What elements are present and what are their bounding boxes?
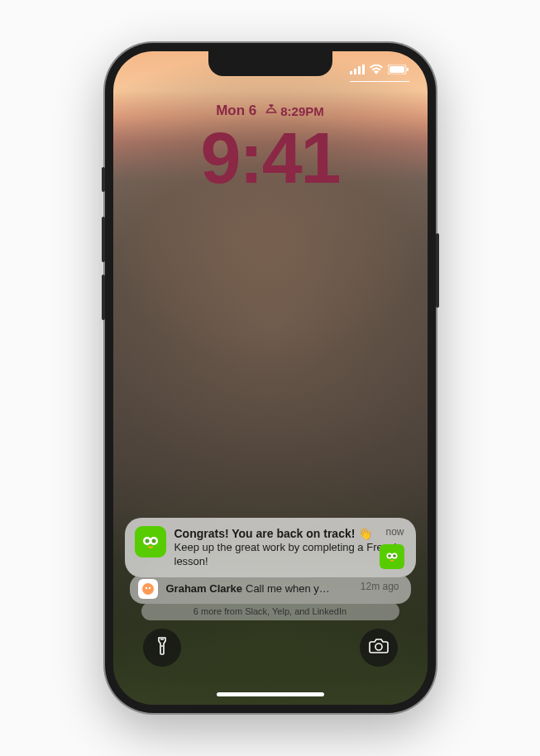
- camera-icon: [369, 638, 389, 658]
- svg-point-15: [142, 583, 154, 595]
- notification-stack[interactable]: Congrats! You are back on track! 👋 Keep …: [125, 518, 416, 620]
- status-divider: [350, 81, 409, 82]
- svg-point-19: [375, 644, 382, 650]
- svg-rect-3: [362, 65, 365, 74]
- notification-summary[interactable]: 6 more from Slack, Yelp, and LinkedIn: [141, 602, 399, 620]
- iphone-device-frame: Mon 6 8:29PM 9:41 Congrats! You are back…: [105, 43, 436, 713]
- notch: [208, 51, 332, 76]
- flashlight-button[interactable]: [143, 629, 181, 667]
- svg-point-16: [145, 587, 146, 589]
- notification-body: Keep up the great work by completing a F…: [174, 541, 406, 569]
- battery-icon: [388, 63, 409, 78]
- notification-title: Congrats! You are back on track! 👋: [174, 526, 406, 541]
- svg-point-14: [393, 554, 396, 557]
- wifi-icon: [370, 63, 383, 78]
- power-button[interactable]: [436, 233, 439, 308]
- app-icon: [138, 579, 158, 599]
- mute-switch[interactable]: [102, 167, 105, 192]
- lock-screen[interactable]: Mon 6 8:29PM 9:41 Congrats! You are back…: [113, 51, 428, 705]
- svg-point-13: [388, 554, 391, 557]
- duolingo-app-icon: [135, 526, 166, 557]
- notification-attachment-icon: [380, 544, 404, 569]
- notification-secondary[interactable]: Graham ClarkeCall me when y… 12m ago: [130, 574, 411, 604]
- lockscreen-time: 9:41: [113, 116, 428, 200]
- svg-rect-6: [407, 68, 409, 71]
- notification-time: now: [385, 526, 404, 538]
- camera-button[interactable]: [360, 629, 398, 667]
- notification-primary[interactable]: Congrats! You are back on track! 👋 Keep …: [125, 518, 416, 577]
- svg-rect-5: [389, 66, 404, 73]
- notification-sender: Graham Clarke: [166, 582, 243, 595]
- svg-rect-1: [354, 69, 356, 74]
- notification-time: 12m ago: [361, 581, 399, 592]
- volume-up-button[interactable]: [102, 217, 105, 262]
- svg-rect-0: [350, 71, 352, 74]
- volume-down-button[interactable]: [102, 275, 105, 320]
- notification-preview: Call me when y…: [246, 582, 330, 595]
- status-bar: [350, 63, 409, 78]
- svg-point-18: [161, 645, 163, 647]
- svg-point-17: [148, 587, 150, 589]
- svg-point-10: [151, 539, 155, 543]
- home-indicator[interactable]: [217, 692, 324, 696]
- svg-rect-2: [358, 66, 361, 74]
- flashlight-icon: [154, 636, 170, 659]
- svg-point-9: [145, 539, 149, 543]
- cellular-signal-icon: [350, 63, 365, 78]
